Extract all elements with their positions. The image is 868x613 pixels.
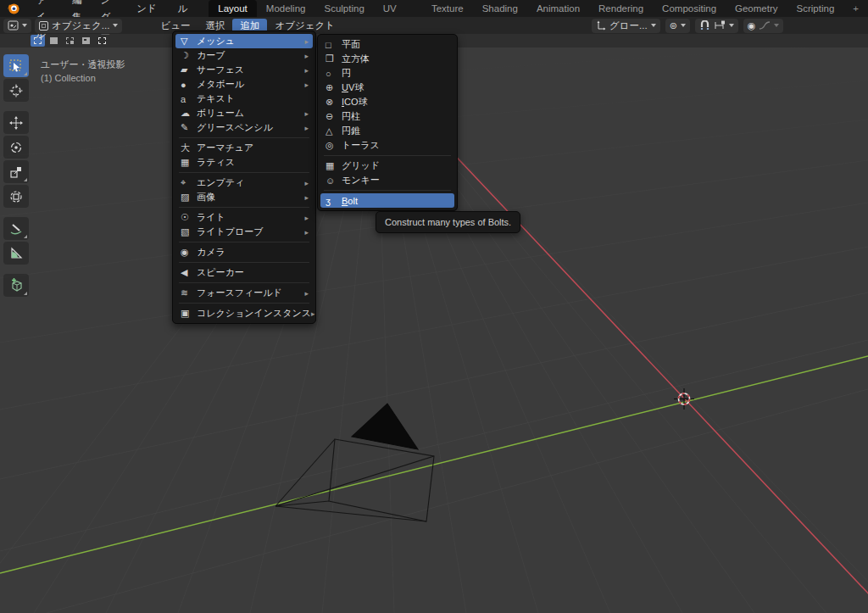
- chevron-down-icon: [681, 24, 686, 27]
- add-menu-item-grease-pencil[interactable]: ✎ グリースペンシル ▸: [175, 120, 313, 135]
- add-menu-item-force-field[interactable]: ≋ フォースフィールド ▸: [175, 286, 313, 300]
- proportional-edit-icon[interactable]: ◉: [748, 21, 756, 31]
- light-probe-icon: ▧: [181, 226, 197, 237]
- falloff-curve-icon[interactable]: [759, 20, 771, 31]
- tab-sculpting[interactable]: Sculpting: [314, 0, 373, 17]
- add-workspace-button[interactable]: +: [843, 0, 868, 17]
- select-mode-subtract-button[interactable]: [63, 35, 77, 47]
- mesh-item-torus[interactable]: ◎ トーラス: [320, 138, 454, 153]
- add-menu-item-light-probe[interactable]: ▧ ライトプローブ ▸: [175, 225, 313, 239]
- workspace-tabs: Layout Modeling Sculpting UV Editing Tex…: [209, 0, 868, 17]
- mesh-item-plane[interactable]: □ 平面: [320, 37, 454, 52]
- mesh-item-bolt[interactable]: ʒ Bolt: [320, 193, 454, 208]
- tab-animation[interactable]: Animation: [527, 0, 589, 17]
- mode-dropdown[interactable]: オブジェク...: [35, 19, 122, 33]
- add-menu-item-mesh[interactable]: ▽ メッシュ ▸: [175, 34, 313, 48]
- magnet-icon[interactable]: [699, 20, 710, 31]
- snap-group: [695, 19, 738, 33]
- add-menu-item-camera[interactable]: ◉ カメラ: [175, 245, 313, 259]
- tab-layout[interactable]: Layout: [209, 0, 257, 17]
- mesh-item-cylinder[interactable]: ⊖ 円柱: [320, 109, 454, 124]
- mode-label: オブジェク...: [52, 20, 109, 32]
- menu-separator: [179, 262, 309, 263]
- add-menu-item-text[interactable]: a テキスト: [175, 92, 313, 106]
- add-menu-item-volume[interactable]: ☁ ボリューム ▸: [175, 106, 313, 120]
- pivot-point-dropdown[interactable]: ⊚: [665, 19, 690, 33]
- transform-orientation-dropdown[interactable]: グロー...: [592, 19, 660, 33]
- cursor-tool[interactable]: [3, 79, 29, 102]
- submenu-arrow-icon: ▸: [304, 81, 309, 89]
- submenu-arrow-icon: ▸: [304, 52, 309, 60]
- measure-tool[interactable]: [3, 242, 29, 265]
- add-menu-item-collection-instance[interactable]: ▣ コレクションインスタンス ▸: [175, 306, 313, 320]
- scale-tool[interactable]: [3, 160, 29, 183]
- object-mode-icon: [39, 21, 48, 31]
- tab-geometry-nodes[interactable]: Geometry Nodes: [726, 0, 787, 17]
- tab-shading[interactable]: Shading: [473, 0, 527, 17]
- add-menu-item-curve[interactable]: ☽ カーブ ▸: [175, 48, 313, 63]
- menu-separator: [324, 190, 451, 191]
- surface-icon: ▰: [181, 64, 197, 75]
- cursor-tool-icon: [9, 84, 23, 98]
- cone-icon: △: [326, 125, 342, 137]
- add-menu-item-armature[interactable]: 大 アーマチュア: [175, 141, 313, 155]
- submenu-arrow-icon: ▸: [304, 228, 309, 237]
- mesh-item-ico-sphere[interactable]: ⊗ ICO球: [320, 95, 454, 109]
- image-icon: ▨: [181, 192, 197, 203]
- editor-type-dropdown[interactable]: [3, 19, 31, 33]
- viewport-info: ユーザー・透視投影 (1) Collection: [41, 58, 125, 85]
- submenu-arrow-icon: ▸: [304, 289, 309, 298]
- speaker-icon: ◀: [181, 267, 197, 278]
- mesh-item-cone[interactable]: △ 円錐: [320, 124, 454, 138]
- tab-scripting[interactable]: Scripting: [787, 0, 844, 17]
- add-menu-item-empty[interactable]: ⌖ エンプティ ▸: [175, 176, 313, 190]
- pivot-icon: ⊚: [670, 21, 677, 31]
- submenu-arrow-icon: ▸: [304, 109, 309, 118]
- annotate-tool[interactable]: [3, 217, 29, 240]
- grease-pencil-icon: ✎: [181, 122, 197, 133]
- transform-tool[interactable]: [3, 185, 29, 208]
- add-primitive-tool[interactable]: [3, 274, 29, 297]
- lattice-icon: ▦: [181, 157, 197, 168]
- orientation-axes-icon: [596, 20, 606, 31]
- tab-rendering[interactable]: Rendering: [589, 0, 653, 17]
- mesh-item-circle[interactable]: ○ 円: [320, 66, 454, 81]
- add-menu-item-image[interactable]: ▨ 画像 ▸: [175, 190, 313, 204]
- add-menu-item-metaball[interactable]: ● メタボール ▸: [175, 77, 313, 92]
- add-menu-item-light[interactable]: ☉ ライト ▸: [175, 210, 313, 225]
- mesh-item-uv-sphere[interactable]: ⊕ UV球: [320, 81, 454, 95]
- tab-compositing[interactable]: Compositing: [653, 0, 726, 17]
- mesh-item-cube[interactable]: ❒ 立方体: [320, 52, 454, 66]
- add-menu-item-speaker[interactable]: ◀ スピーカー: [175, 265, 313, 280]
- header-right-cluster: グロー... ⊚: [592, 19, 783, 33]
- measure-icon: [9, 247, 23, 260]
- tab-texture-paint[interactable]: Texture Paint: [422, 0, 473, 17]
- tab-uv-editing[interactable]: UV Editing: [374, 0, 422, 17]
- scale-icon: [9, 165, 23, 179]
- annotate-pencil-icon: [9, 222, 24, 236]
- tab-modeling[interactable]: Modeling: [257, 0, 315, 17]
- add-menu-item-lattice[interactable]: ▦ ラティス: [175, 155, 313, 170]
- snap-target-icon[interactable]: [714, 20, 726, 31]
- monkey-icon: ☺: [326, 176, 342, 186]
- blender-logo-icon[interactable]: [7, 3, 19, 15]
- mesh-item-grid[interactable]: ▦ グリッド: [320, 159, 454, 173]
- camera-icon: ◉: [181, 247, 197, 258]
- cube-icon: ❒: [326, 53, 342, 64]
- chevron-down-icon: [113, 24, 118, 27]
- light-icon: ☉: [181, 212, 197, 223]
- chevron-down-icon: [22, 24, 27, 27]
- add-menu-item-surface[interactable]: ▰ サーフェス ▸: [175, 63, 313, 77]
- tooltip: Construct many types of Bolts.: [376, 211, 520, 233]
- select-box-tool[interactable]: [3, 54, 29, 77]
- bolt-icon: ʒ: [326, 196, 342, 206]
- menu-separator: [179, 242, 309, 242]
- rotate-tool[interactable]: [3, 136, 29, 159]
- menu-separator: [324, 155, 451, 156]
- tooltip-text: Construct many types of Bolts.: [385, 217, 511, 227]
- move-tool[interactable]: [3, 111, 29, 134]
- camera-object[interactable]: [275, 404, 434, 521]
- grid-icon: ▦: [326, 160, 342, 171]
- mesh-item-monkey[interactable]: ☺ モンキー: [320, 173, 454, 187]
- menu-separator: [179, 137, 309, 138]
